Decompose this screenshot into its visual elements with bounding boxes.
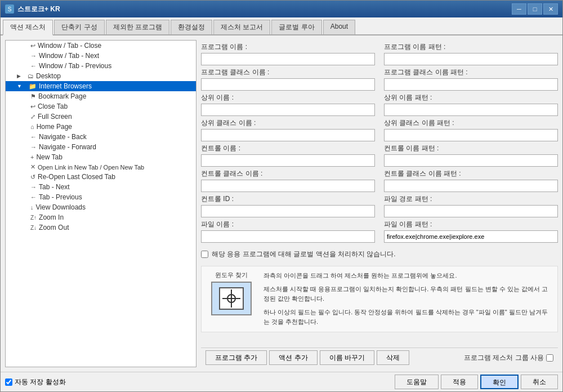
control-name-pattern-group: 컨트롤 이름 패턴 :: [384, 144, 558, 167]
add-action-button[interactable]: 액션 추가: [269, 350, 317, 365]
program-name-input[interactable]: [201, 53, 375, 65]
program-group-checkbox[interactable]: [546, 354, 553, 362]
title-bar-buttons: ─ □ ✕: [512, 3, 558, 15]
maximize-button[interactable]: □: [528, 3, 542, 15]
tree-item-tab-previous[interactable]: ← Tab - Previous: [6, 192, 196, 202]
browsers-expand-icon: ▼: [17, 83, 22, 89]
program-class-pattern-input[interactable]: [384, 78, 558, 91]
tab-global-lua[interactable]: 글로벌 루아: [271, 20, 321, 34]
window-find-box: 윈도우 찾기: [206, 271, 257, 327]
reopen-tab-icon: ↺: [30, 173, 35, 181]
tree-item-new-tab[interactable]: + New Tab: [6, 152, 196, 162]
window-icon-inner: [219, 287, 244, 310]
parent-class-pattern-input[interactable]: [384, 129, 558, 141]
tree-item-reopen-tab[interactable]: ↺ Re-Open Last Closed Tab: [6, 172, 196, 182]
parent-class-pattern-group: 상위 클래스 이름 패턴 :: [384, 118, 558, 141]
title-bar: S 스트로크+ KR ─ □ ✕: [1, 1, 562, 17]
tree-item-navigate-forward[interactable]: → Navigate - Forward: [6, 142, 196, 152]
add-program-button[interactable]: 프로그램 추가: [205, 350, 267, 365]
tree-item-full-screen[interactable]: ⤢ Full Screen: [6, 112, 196, 122]
window-find-label: 윈도우 찾기: [215, 271, 248, 279]
control-class-input[interactable]: [201, 180, 375, 192]
downloads-icon: ↓: [30, 204, 34, 211]
cancel-button[interactable]: 취소: [521, 375, 558, 389]
rename-button[interactable]: 이름 바꾸기: [320, 350, 374, 365]
tree-item-window-tab-close[interactable]: ↩ Window / Tab - Close: [6, 41, 196, 51]
tree-item-zoom-in[interactable]: Z↑ Zoom In: [6, 212, 196, 222]
tree-item-internet-browsers[interactable]: ▼ 📁 Internet Browsers: [6, 81, 196, 91]
file-name-label: 파일 이름 :: [201, 220, 375, 229]
nav-forward-icon: →: [30, 144, 37, 150]
tree-item-desktop[interactable]: ▶ 🗂 Desktop: [6, 71, 196, 81]
tab-next-icon: →: [30, 184, 37, 190]
control-id-input[interactable]: [201, 205, 375, 217]
parent-name-pattern-input[interactable]: [384, 104, 558, 116]
parent-class-group: 상위 클래스 이름 :: [201, 118, 375, 141]
program-class-input[interactable]: [201, 78, 375, 91]
parent-class-label: 상위 클래스 이름 :: [201, 118, 375, 128]
parent-name-input[interactable]: [201, 104, 375, 116]
control-name-pattern-input[interactable]: [384, 154, 558, 167]
auto-save-checkbox-label[interactable]: 자동 저장 활성화: [5, 377, 66, 387]
auto-save-label: 자동 저장 활성화: [15, 377, 66, 387]
program-name-pattern-input[interactable]: [384, 53, 558, 65]
parent-class-input[interactable]: [201, 129, 375, 141]
control-class-label: 컨트롤 클래스 이름 :: [201, 169, 375, 179]
program-group-label: 프로그램 제스처 그룹 사용: [464, 353, 544, 363]
tab-shortcut[interactable]: 단축키 구성: [54, 20, 104, 34]
parent-class-pattern-label: 상위 클래스 이름 패턴 :: [384, 118, 558, 128]
browsers-folder-icon: 📁: [29, 83, 37, 90]
tree-item-window-tab-next[interactable]: → Window / Tab - Next: [6, 51, 196, 61]
file-name-group: 파일 이름 :: [201, 220, 375, 243]
apply-button[interactable]: 적용: [441, 375, 478, 389]
delete-button[interactable]: 삭제: [377, 350, 409, 365]
main-window: S 스트로크+ KR ─ □ ✕ 액션 제스처 단축키 구성 제외한 프로그램 …: [0, 0, 563, 392]
auto-save-checkbox[interactable]: [5, 378, 12, 386]
file-path-pattern-input[interactable]: [384, 205, 558, 217]
bookmark-icon: ⚑: [30, 93, 36, 100]
tab-excluded-programs[interactable]: 제외한 프로그램: [106, 20, 169, 34]
tab-settings[interactable]: 환경설정: [171, 20, 212, 34]
tree-item-bookmark[interactable]: ⚑ Bookmark Page: [6, 91, 196, 101]
program-group-checkbox-row: 프로그램 제스처 그룹 사용: [464, 353, 553, 363]
tab-action-gesture[interactable]: 액션 제스처: [3, 20, 53, 35]
window-tab-prev-icon: ←: [30, 63, 37, 69]
info-text-2: 제스처를 시작할 때 응용프로그램이 일치하는지 확인합니다. 우측의 패턴 필…: [263, 284, 553, 304]
ok-button[interactable]: 확인: [480, 375, 519, 389]
program-name-label: 프로그램 이름 :: [201, 42, 375, 52]
global-action-checkbox-row: 해당 응용 프로그램에 대해 글로벌 액션을 처리하지 않습니다.: [201, 250, 558, 259]
tree-item-home-page[interactable]: ⌂ Home Page: [6, 122, 196, 132]
tab-about[interactable]: About: [323, 20, 355, 34]
window-finder-icon[interactable]: [211, 282, 252, 315]
control-class-pattern-group: 컨트롤 클래스 이름 패턴 :: [384, 169, 558, 192]
control-id-label: 컨트롤 ID :: [201, 194, 375, 204]
parent-name-pattern-group: 상위 이름 패턴 :: [384, 93, 558, 116]
control-name-pattern-label: 컨트롤 이름 패턴 :: [384, 144, 558, 153]
tab-gesture-report[interactable]: 제스처 보고서: [213, 20, 270, 34]
global-action-checkbox[interactable]: [201, 251, 208, 258]
control-class-pattern-input[interactable]: [384, 180, 558, 192]
tree-item-zoom-out[interactable]: Z↓ Zoom Out: [6, 222, 196, 233]
file-name-input[interactable]: [201, 230, 375, 243]
tree-item-view-downloads[interactable]: ↓ View Downloads: [6, 202, 196, 212]
file-name-pattern-input[interactable]: [384, 230, 558, 243]
close-button[interactable]: ✕: [543, 3, 558, 15]
help-button[interactable]: 도움말: [395, 375, 439, 389]
home-icon: ⌂: [30, 123, 34, 130]
form-grid: 프로그램 이름 : 프로그램 이름 패턴 : 프로그램 클래스 이름 : 프로그…: [201, 40, 558, 245]
new-tab-icon: +: [30, 154, 34, 161]
info-section: 윈도우 찾기 좌측의 아이콘을 드래그: [201, 266, 558, 332]
file-path-pattern-label: 파일 경로 패턴 :: [384, 194, 558, 204]
control-name-input[interactable]: [201, 154, 375, 167]
info-text-area: 좌측의 아이콘을 드래그 하여 제스처를 원하는 프로그램위에 놓으세요. 제스…: [263, 271, 553, 327]
minimize-button[interactable]: ─: [512, 3, 526, 15]
zoom-out-icon: Z↓: [30, 225, 37, 231]
tree-item-open-link[interactable]: ✕ Open Link in New Tab / Open New Tab: [6, 162, 196, 172]
tree-item-close-tab[interactable]: ↩ Close Tab: [6, 101, 196, 112]
tree-item-window-tab-previous[interactable]: ← Window / Tab - Previous: [6, 61, 196, 71]
zoom-in-icon: Z↑: [30, 215, 37, 221]
info-text-1: 좌측의 아이콘을 드래그 하여 제스처를 원하는 프로그램위에 놓으세요.: [263, 271, 553, 281]
tree-container[interactable]: ↩ Window / Tab - Close → Window / Tab - …: [6, 41, 196, 367]
tree-item-navigate-back[interactable]: ← Navigate - Back: [6, 132, 196, 142]
tree-item-tab-next[interactable]: → Tab - Next: [6, 182, 196, 192]
